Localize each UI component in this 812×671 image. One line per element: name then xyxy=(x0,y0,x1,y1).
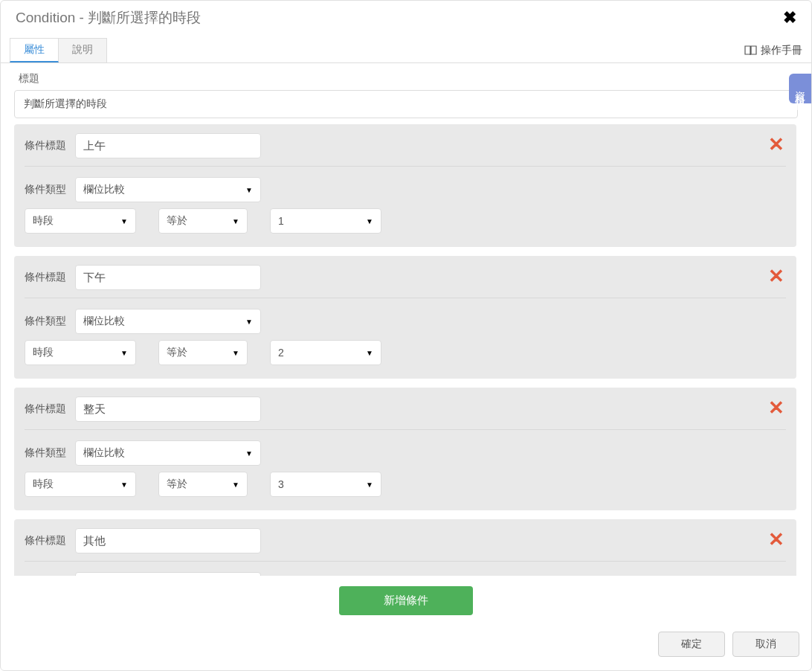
condition-type-select[interactable]: 欄位比較 ▼ xyxy=(75,309,261,334)
tabs-row: 屬性 說明 操作手冊 xyxy=(1,38,811,63)
condition-block: ✕ 條件標題 條件類型 其他 ▼ xyxy=(14,519,796,576)
manual-link[interactable]: 操作手冊 xyxy=(744,44,811,57)
condition-block: ✕ 條件標題 條件類型 欄位比較 ▼ 時段 ▼ xyxy=(14,124,796,247)
select-value: 欄位比較 xyxy=(83,446,125,460)
cancel-button[interactable]: 取消 xyxy=(732,632,799,657)
condition-type-select[interactable]: 欄位比較 ▼ xyxy=(75,440,261,466)
data-spec-side-tab[interactable]: 資料規格 xyxy=(789,74,811,103)
select-value: 時段 xyxy=(33,346,54,359)
chevron-down-icon: ▼ xyxy=(366,217,373,225)
select-value: 時段 xyxy=(33,478,54,491)
chevron-down-icon: ▼ xyxy=(232,481,239,489)
conditions-scroll[interactable]: ✕ 條件標題 條件類型 欄位比較 ▼ 時段 ▼ xyxy=(14,124,798,576)
condition-type-select[interactable]: 欄位比較 ▼ xyxy=(75,177,261,202)
condition-title-label: 條件標題 xyxy=(25,534,75,548)
select-value: 欄位比較 xyxy=(83,183,125,196)
select-value: 3 xyxy=(278,478,284,490)
select-value: 2 xyxy=(278,347,284,359)
condition-title-label: 條件標題 xyxy=(25,139,75,152)
title-label: 標題 xyxy=(19,72,798,86)
value-select[interactable]: 2 ▼ xyxy=(270,340,381,365)
delete-condition-icon[interactable]: ✕ xyxy=(768,135,784,154)
divider xyxy=(25,561,786,562)
add-condition-button[interactable]: 新增條件 xyxy=(339,586,473,615)
condition-block: ✕ 條件標題 條件類型 欄位比較 ▼ 時段 ▼ xyxy=(14,388,796,510)
tabs: 屬性 說明 xyxy=(10,38,106,62)
chevron-down-icon: ▼ xyxy=(120,217,128,225)
delete-condition-icon[interactable]: ✕ xyxy=(768,266,784,286)
field-select[interactable]: 時段 ▼ xyxy=(25,340,136,365)
chevron-down-icon: ▼ xyxy=(245,449,253,458)
value-select[interactable]: 1 ▼ xyxy=(270,208,381,234)
chevron-down-icon: ▼ xyxy=(245,186,253,194)
chevron-down-icon: ▼ xyxy=(232,217,239,225)
select-value: 欄位比較 xyxy=(83,315,125,328)
operator-select[interactable]: 等於 ▼ xyxy=(158,340,248,365)
select-value: 時段 xyxy=(33,214,54,228)
delete-condition-icon[interactable]: ✕ xyxy=(768,530,784,549)
condition-dialog: Condition - 判斷所選擇的時段 ✖ 屬性 說明 操作手冊 標題 ✕ 條… xyxy=(0,0,812,671)
operator-select[interactable]: 等於 ▼ xyxy=(158,208,248,234)
condition-title-label: 條件標題 xyxy=(25,271,75,284)
add-condition-wrap: 新增條件 xyxy=(14,576,798,618)
book-icon xyxy=(744,45,758,56)
dialog-footer: 確定 取消 xyxy=(1,623,811,670)
field-select[interactable]: 時段 ▼ xyxy=(25,472,136,497)
dialog-title: Condition - 判斷所選擇的時段 xyxy=(16,8,201,28)
select-value: 1 xyxy=(278,215,284,227)
condition-title-input[interactable] xyxy=(75,528,261,553)
confirm-button[interactable]: 確定 xyxy=(658,632,725,657)
select-value: 等於 xyxy=(167,478,187,491)
chevron-down-icon: ▼ xyxy=(120,349,128,357)
condition-block: ✕ 條件標題 條件類型 欄位比較 ▼ 時段 ▼ xyxy=(14,256,796,379)
operator-select[interactable]: 等於 ▼ xyxy=(158,472,248,497)
chevron-down-icon: ▼ xyxy=(366,349,373,357)
delete-condition-icon[interactable]: ✕ xyxy=(768,398,784,417)
close-icon[interactable]: ✖ xyxy=(783,8,796,28)
condition-title-input[interactable] xyxy=(75,265,261,290)
select-value: 等於 xyxy=(167,346,187,359)
condition-type-label: 條件類型 xyxy=(25,446,75,460)
condition-type-label: 條件類型 xyxy=(25,183,75,196)
field-select[interactable]: 時段 ▼ xyxy=(25,208,136,234)
chevron-down-icon: ▼ xyxy=(232,349,239,357)
dialog-body: 標題 ✕ 條件標題 條件類型 欄位比較 ▼ xyxy=(1,63,811,623)
value-select[interactable]: 3 ▼ xyxy=(270,472,381,497)
condition-title-label: 條件標題 xyxy=(25,402,75,416)
dialog-header: Condition - 判斷所選擇的時段 ✖ xyxy=(1,1,811,38)
condition-type-select[interactable]: 其他 ▼ xyxy=(75,572,261,576)
divider xyxy=(25,166,786,167)
title-input[interactable] xyxy=(14,90,798,118)
divider xyxy=(25,298,786,298)
tab-description[interactable]: 說明 xyxy=(58,38,107,62)
chevron-down-icon: ▼ xyxy=(366,481,373,489)
condition-title-input[interactable] xyxy=(75,133,261,158)
condition-type-label: 條件類型 xyxy=(25,315,75,328)
select-value: 等於 xyxy=(167,214,187,228)
chevron-down-icon: ▼ xyxy=(245,318,253,326)
tab-properties[interactable]: 屬性 xyxy=(10,38,59,62)
condition-title-input[interactable] xyxy=(75,396,261,422)
divider xyxy=(25,429,786,430)
manual-label: 操作手冊 xyxy=(761,44,802,57)
chevron-down-icon: ▼ xyxy=(120,481,128,489)
